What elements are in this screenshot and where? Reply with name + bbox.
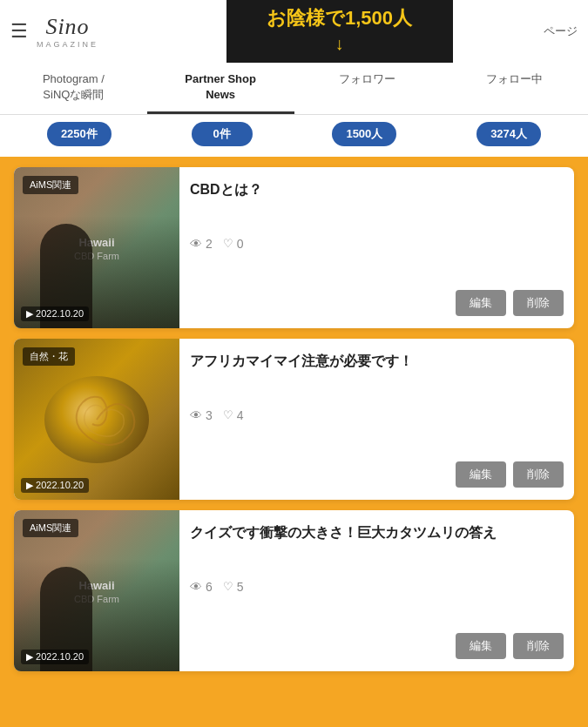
article-tag-3: AiMS関連 [23, 519, 78, 537]
views-count-1: 2 [206, 237, 213, 251]
logo-area: Sino MAGAZINE [37, 14, 98, 49]
eye-icon-2: 👁 [190, 408, 202, 422]
likes-count-1: 0 [237, 237, 244, 251]
views-count-2: 3 [206, 408, 213, 422]
tabs-container: Photogram /SiNQな瞬間 Partner ShopNews フォロワ… [0, 63, 588, 115]
play-icon-2: ▶ [26, 480, 33, 490]
article-date-2: ▶ 2022.10.20 [21, 478, 89, 493]
count-photogram: 2250件 [47, 122, 112, 146]
likes-stat-2: ♡ 4 [223, 408, 244, 422]
likes-stat-1: ♡ 0 [223, 237, 244, 251]
article-card-3: Hawaii CBD Farm AiMS関連 ▶ 2022.10.20 クイズで… [14, 510, 574, 671]
article-content-3: クイズです衝撃の大きさ！巨大カタツムリの答え 👁 6 ♡ 5 編集 削除 [179, 510, 574, 671]
edit-button-1[interactable]: 編集 [456, 290, 506, 316]
article-stats-3: 👁 6 ♡ 5 [190, 580, 564, 594]
count-followers: 1500人 [332, 122, 396, 146]
article-tag-2: 自然・花 [23, 347, 75, 366]
delete-button-2[interactable]: 削除 [513, 461, 564, 488]
heart-icon-3: ♡ [223, 580, 233, 593]
snail-shell [44, 376, 149, 463]
count-following: 3274人 [476, 122, 541, 146]
article-list: Hawaii CBD Farm AiMS関連 ▶ 2022.10.20 CBDと… [0, 157, 588, 682]
article-actions-1: 編集 削除 [190, 290, 564, 316]
article-actions-3: 編集 削除 [190, 633, 564, 659]
delete-button-3[interactable]: 削除 [513, 633, 564, 659]
tab-following[interactable]: フォロー中 [441, 63, 588, 114]
eye-icon-3: 👁 [190, 580, 202, 594]
article-date-3: ▶ 2022.10.20 [21, 650, 89, 664]
banner-text: お陰様で1,500人 ↓ [267, 6, 412, 56]
delete-button-1[interactable]: 削除 [513, 290, 564, 316]
logo-sub: MAGAZINE [37, 40, 98, 49]
notification-banner: お陰様で1,500人 ↓ [226, 0, 453, 63]
article-content-2: アフリカマイマイ注意が必要です！ 👁 3 ♡ 4 編集 削除 [179, 339, 574, 500]
page-button[interactable]: ページ [544, 24, 578, 39]
article-thumbnail-3: Hawaii CBD Farm AiMS関連 ▶ 2022.10.20 [14, 510, 179, 671]
article-thumbnail-2: 自然・花 ▶ 2022.10.20 [14, 339, 179, 500]
heart-icon-1: ♡ [223, 237, 233, 250]
article-content-1: CBDとは？ 👁 2 ♡ 0 編集 削除 [179, 167, 574, 328]
views-count-3: 6 [206, 580, 213, 594]
article-card: Hawaii CBD Farm AiMS関連 ▶ 2022.10.20 CBDと… [14, 167, 574, 328]
views-stat-1: 👁 2 [190, 237, 213, 251]
likes-count-3: 5 [237, 580, 244, 594]
likes-count-2: 4 [237, 408, 244, 422]
article-title-3: クイズです衝撃の大きさ！巨大カタツムリの答え [190, 522, 564, 543]
tab-followers[interactable]: フォロワー [294, 63, 442, 114]
logo-text: Sino [45, 14, 89, 40]
article-card-2: 自然・花 ▶ 2022.10.20 アフリカマイマイ注意が必要です！ 👁 3 ♡… [14, 339, 574, 500]
article-title-2: アフリカマイマイ注意が必要です！ [190, 351, 564, 372]
article-stats-1: 👁 2 ♡ 0 [190, 237, 564, 251]
article-tag-1: AiMS関連 [23, 176, 78, 194]
count-partner-shop-news: 0件 [192, 122, 253, 146]
header-left: ☰ Sino MAGAZINE [10, 14, 98, 49]
views-stat-2: 👁 3 [190, 408, 213, 422]
tab-partner-shop-news[interactable]: Partner ShopNews [147, 63, 294, 114]
play-icon-1: ▶ [26, 308, 33, 319]
hamburger-icon[interactable]: ☰ [10, 20, 28, 43]
article-actions-2: 編集 削除 [190, 461, 564, 488]
eye-icon-1: 👁 [190, 237, 202, 251]
article-thumbnail-1: Hawaii CBD Farm AiMS関連 ▶ 2022.10.20 [14, 167, 179, 328]
tab-photogram[interactable]: Photogram /SiNQな瞬間 [0, 63, 147, 114]
views-stat-3: 👁 6 [190, 580, 213, 594]
article-date-1: ▶ 2022.10.20 [21, 306, 89, 321]
play-icon-3: ▶ [26, 651, 33, 662]
header: ☰ Sino MAGAZINE お陰様で1,500人 ↓ ページ [0, 0, 588, 63]
edit-button-2[interactable]: 編集 [456, 461, 506, 488]
edit-button-3[interactable]: 編集 [456, 633, 506, 659]
counts-row: 2250件 0件 1500人 3274人 [0, 115, 588, 157]
article-stats-2: 👁 3 ♡ 4 [190, 408, 564, 422]
likes-stat-3: ♡ 5 [223, 580, 244, 594]
heart-icon-2: ♡ [223, 408, 233, 421]
article-title-1: CBDとは？ [190, 179, 564, 200]
